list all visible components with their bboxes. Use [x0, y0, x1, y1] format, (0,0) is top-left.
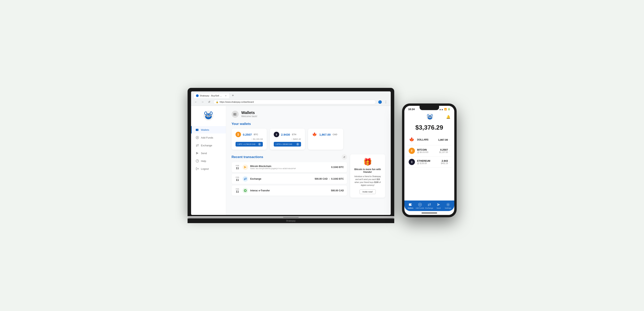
phone-nav-exchange[interactable]: Exchange	[425, 202, 434, 209]
browser-tab[interactable]: Shakepay - Buy/Sell Bitcoin in ... ✕	[194, 93, 230, 98]
tx-icon-1	[242, 164, 248, 170]
forward-button[interactable]: →	[200, 99, 205, 104]
phone-nav-add-funds[interactable]: Add Funds	[415, 202, 425, 209]
bell-icon[interactable]: 🔔	[446, 115, 450, 119]
page-header: Wallets Welcome back!	[232, 110, 385, 118]
transactions-panel: Recent transactions ↺ Feb 11	[232, 154, 347, 198]
phone-nav-wallets[interactable]: Wallets	[406, 202, 415, 209]
sidebar-nav: Wallets Add Funds	[191, 126, 226, 172]
sidebar-item-wallets[interactable]: Wallets	[191, 126, 226, 133]
phone-nav-send[interactable]: Send	[434, 202, 443, 209]
btc-icon: ₿	[236, 132, 241, 137]
page-title-group: Wallets Welcome back!	[242, 110, 257, 118]
phone-screen: 10:24 ▲▲ 📶 🔋	[404, 106, 454, 215]
btc-rate-info-icon[interactable]: ℹ	[258, 143, 261, 146]
browser-toolbar: ← → ↺ 🔒 https://www.shakepay.co/dashboar…	[191, 98, 391, 106]
svg-point-39	[430, 116, 431, 117]
tx-month-3: Feb	[235, 188, 240, 190]
phone-btc-name: BITCOIN	[417, 148, 440, 151]
tx-note-1: Notes: btc:n4VQ5YdHf7hLQ2gWQYYrcx oE5B7n…	[250, 168, 329, 170]
sidebar-item-add-funds[interactable]: Add Funds	[191, 134, 226, 141]
cad-wallet-card[interactable]: 🍁 1,867.00 CAD	[308, 129, 343, 150]
phone-btc-chevron: ›	[449, 149, 450, 152]
btc-rate: 1 BTC = 4,749.23 CAD	[238, 143, 256, 145]
phone: 10:24 ▲▲ 📶 🔋	[402, 103, 457, 217]
phone-eth-balance: 2.943 $402.29	[441, 159, 448, 164]
laptop-notch	[283, 217, 299, 218]
phone-eth-sub: @ $136.69	[417, 162, 441, 164]
sidebar-item-send[interactable]: Send	[191, 149, 226, 157]
tx-date-3: Feb 11	[235, 188, 240, 193]
tab-close-button[interactable]: ✕	[224, 94, 227, 97]
phone-body: 10:24 ▲▲ 📶 🔋	[402, 103, 457, 217]
sidebar-item-exchange[interactable]: Exchange	[191, 142, 226, 149]
phone-header: 🔔	[404, 112, 454, 122]
tx-date-2: Feb 11	[235, 176, 240, 181]
reload-button[interactable]: ↺	[207, 99, 212, 104]
phone-nav-wallets-label: Wallets	[408, 207, 413, 209]
back-button[interactable]: ←	[194, 99, 198, 104]
transaction-item-1[interactable]: Feb 11 Bitcoin Blockchain Notes: btc:n4V…	[232, 162, 347, 172]
tx-amount-3: 500.00 CAD	[331, 189, 344, 192]
sidebar-label-add-funds: Add Funds	[201, 136, 213, 139]
tx-day-2: 11	[235, 178, 240, 181]
wallet-cards: ₿ 0.2507 BTC ~ $1,181.04 1 BTC = 4,749.2…	[232, 129, 385, 150]
phone-wallet-bitcoin[interactable]: ₿ BITCOIN @ $4,414.83 0.2507 $1,107.00 ›	[408, 145, 451, 156]
sidebar-label-send: Send	[201, 152, 207, 155]
phone-wallet-dollars[interactable]: 🍁 DOLLARS 1,867.00 ›	[408, 134, 451, 145]
btc-wallet-card[interactable]: ₿ 0.2507 BTC ~ $1,181.04 1 BTC = 4,749.2…	[232, 129, 267, 150]
phone-dollars-name: DOLLARS	[417, 138, 438, 141]
transaction-item-2[interactable]: Feb 11 Exchange 500.00 CAD	[232, 174, 347, 184]
phone-notch	[420, 106, 439, 110]
phone-status-icons: ▲▲ 📶 🔋	[439, 108, 450, 110]
invite-now-button[interactable]: Invite now!	[360, 189, 376, 194]
exchange-icon	[196, 144, 199, 147]
eth-rate-info-icon[interactable]: ℹ	[296, 143, 299, 146]
phone-eth-icon: ⟠	[409, 159, 415, 165]
eth-rate: 1 ETH = 159.60 CAD	[276, 143, 292, 145]
eth-wallet-card[interactable]: ⟠ 2.9430 ETH ~ $462.42 1 ETH = 159.60 CA…	[270, 129, 305, 150]
menu-button[interactable]: ⋮	[383, 99, 388, 104]
sidebar-logo	[191, 110, 226, 121]
tx-name-1: Bitcoin Blockchain	[250, 165, 329, 168]
tx-icon-3	[242, 188, 248, 193]
tx-month-2: Feb	[235, 176, 240, 178]
cad-currency: CAD	[333, 133, 337, 136]
lock-icon: 🔒	[216, 101, 218, 103]
sidebar-item-logout[interactable]: Logout	[191, 165, 226, 172]
referral-panel: 🎁 Bitcoin is more fun with friends! Intr…	[350, 154, 385, 198]
svg-point-5	[210, 112, 212, 114]
phone-wallet-ethereum[interactable]: ⟠ ETHEREUM @ $136.69 2.943 $402.29 ›	[408, 156, 451, 168]
new-tab-button[interactable]: +	[230, 93, 236, 98]
svg-point-11	[207, 115, 207, 116]
phone-nav-settings[interactable]: Settings	[443, 202, 453, 209]
svg-point-0	[196, 95, 198, 97]
btc-amount: 0.2507	[243, 133, 252, 136]
svg-point-10	[210, 115, 210, 116]
cad-amount: 1,867.00	[319, 133, 331, 136]
transaction-item-3[interactable]: Feb 11 Interac e-Transfer	[232, 186, 347, 196]
phone-raccoon-logo	[426, 113, 434, 120]
sidebar-label-help: Help	[201, 160, 206, 163]
phone-nav-settings-icon	[446, 202, 450, 207]
sidebar-item-help[interactable]: ? Help	[191, 157, 226, 165]
phone-dollars-icon: 🍁	[409, 137, 415, 143]
referral-desc: Introduce a friend to Shakepay and we'll…	[354, 175, 382, 187]
phone-home-indicator	[404, 211, 454, 215]
refresh-button[interactable]: ↺	[342, 154, 347, 160]
phone-nav-wallets-icon	[408, 202, 413, 207]
phone-eth-name: ETHEREUM	[417, 160, 441, 162]
address-bar[interactable]: 🔒 https://www.shakepay.co/dashboard	[213, 100, 376, 104]
extension-icon[interactable]: 🔵	[378, 99, 382, 104]
sidebar-label-logout: Logout	[201, 167, 209, 170]
laptop-screen: Shakepay - Buy/Sell Bitcoin in ... ✕ + ←…	[191, 91, 391, 215]
svg-point-12	[210, 115, 210, 116]
phone-bottom-nav: Wallets Add Funds Exchange	[404, 201, 454, 211]
your-wallets-title: Your wallets	[232, 122, 385, 126]
referral-title: Bitcoin is more fun with friends!	[354, 168, 382, 173]
signal-icon: 📶	[444, 108, 447, 110]
svg-point-49	[448, 204, 449, 205]
phone-nav-add-funds-icon	[418, 202, 422, 207]
btc-rate-bar: 1 BTC = 4,749.23 CAD ℹ	[236, 142, 263, 147]
svg-point-43	[430, 117, 430, 118]
